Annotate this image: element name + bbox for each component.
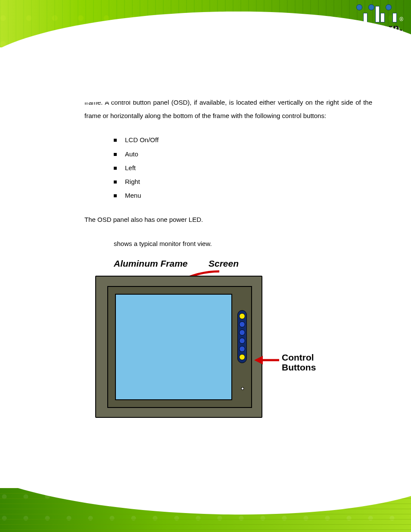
osd-button-icon [239, 346, 245, 352]
label-aluminum-frame: Aluminum Frame [114, 258, 188, 269]
list-item: Left [114, 161, 372, 175]
osd-button-icon [239, 330, 245, 336]
label-screen: Screen [209, 258, 239, 269]
brand-logo-icon: ® [356, 3, 403, 22]
figure-caption: shows a typical monitor front view. [114, 237, 372, 251]
monitor-figure: Aluminum Frame Screen Control Buttons [93, 258, 334, 431]
page-content: The front of the DM series LCD monitor i… [0, 47, 411, 431]
osd-button-icon [239, 338, 245, 344]
header-banner: ® Technology Corp. [0, 0, 411, 47]
label-control-buttons: Control Buttons [282, 352, 316, 372]
osd-button-icon [239, 354, 245, 360]
arrow-control-icon [253, 352, 280, 369]
registered-mark: ® [399, 16, 403, 22]
list-item: LCD On/Off [114, 133, 372, 147]
monitor-inner-frame [107, 286, 252, 408]
footer-banner [0, 488, 411, 532]
svg-marker-1 [254, 356, 263, 364]
osd-button-icon [239, 321, 245, 327]
control-buttons-list: LCD On/Off Auto Left Right Menu [114, 133, 372, 202]
list-item: Right [114, 175, 372, 189]
list-item: Menu [114, 189, 372, 202]
monitor-outer-frame [95, 276, 262, 418]
list-item: Auto [114, 147, 372, 161]
paragraph-led: The OSD panel also has one power LED. [84, 213, 372, 227]
osd-button-icon [239, 313, 245, 319]
monitor-screen-area [115, 294, 232, 400]
power-led-icon [241, 387, 244, 390]
control-button-strip [237, 310, 247, 363]
